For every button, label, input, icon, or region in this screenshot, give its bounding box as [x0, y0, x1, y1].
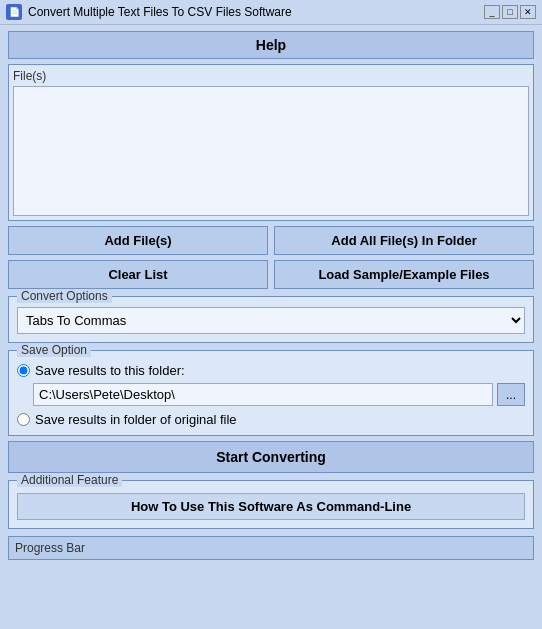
window-controls: _ □ ✕: [484, 5, 536, 19]
files-label: File(s): [13, 69, 529, 83]
minimize-button[interactable]: _: [484, 5, 500, 19]
save-folder-radio-label: Save results to this folder:: [35, 363, 185, 378]
additional-feature-group: Additional Feature How To Use This Softw…: [8, 480, 534, 529]
app-icon: 📄: [6, 4, 22, 20]
save-option-group: Save Option Save results to this folder:…: [8, 350, 534, 436]
browse-button[interactable]: ...: [497, 383, 525, 406]
clear-list-button[interactable]: Clear List: [8, 260, 268, 289]
additional-feature-legend: Additional Feature: [17, 473, 122, 487]
save-original-radio[interactable]: [17, 413, 30, 426]
save-folder-radio-row: Save results to this folder:: [17, 363, 525, 378]
save-original-radio-label: Save results in folder of original file: [35, 412, 237, 427]
main-content: Help File(s) Add File(s) Add All File(s)…: [0, 25, 542, 566]
load-sample-button[interactable]: Load Sample/Example Files: [274, 260, 534, 289]
save-option-legend: Save Option: [17, 343, 91, 357]
convert-options-legend: Convert Options: [17, 289, 112, 303]
progress-bar-label: Progress Bar: [15, 541, 85, 555]
close-button[interactable]: ✕: [520, 5, 536, 19]
help-button[interactable]: Help: [8, 31, 534, 59]
add-files-button[interactable]: Add File(s): [8, 226, 268, 255]
title-bar: 📄 Convert Multiple Text Files To CSV Fil…: [0, 0, 542, 25]
window-title: Convert Multiple Text Files To CSV Files…: [28, 5, 292, 19]
clear-list-row: Clear List Load Sample/Example Files: [8, 260, 534, 289]
add-all-folder-button[interactable]: Add All File(s) In Folder: [274, 226, 534, 255]
progress-bar-section: Progress Bar: [8, 536, 534, 560]
maximize-button[interactable]: □: [502, 5, 518, 19]
convert-options-select[interactable]: Tabs To Commas Commas To Tabs Semicolons…: [17, 307, 525, 334]
folder-input-row: ...: [33, 383, 525, 406]
files-group: File(s): [8, 64, 534, 221]
start-converting-button[interactable]: Start Converting: [8, 441, 534, 473]
add-files-row: Add File(s) Add All File(s) In Folder: [8, 226, 534, 255]
save-original-radio-row: Save results in folder of original file: [17, 412, 525, 427]
save-folder-radio[interactable]: [17, 364, 30, 377]
convert-options-group: Convert Options Tabs To Commas Commas To…: [8, 296, 534, 343]
folder-path-input[interactable]: [33, 383, 493, 406]
commandline-button[interactable]: How To Use This Software As Command-Line: [17, 493, 525, 520]
files-listbox[interactable]: [13, 86, 529, 216]
